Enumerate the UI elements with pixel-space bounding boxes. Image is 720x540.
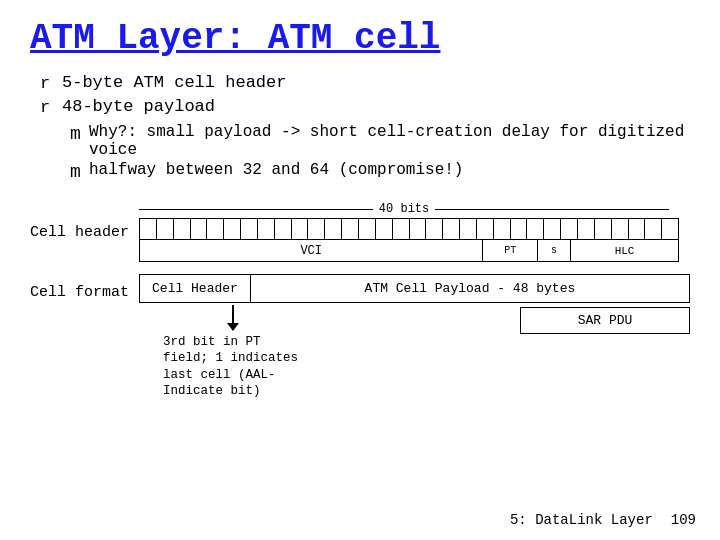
sub-marker-1: m [70,124,84,144]
sub-bullet-2: m halfway between 32 and 64 (compromise!… [70,161,690,182]
sub-bullet-list: m Why?: small payload -> short cell-crea… [70,123,690,184]
arrow-down-line [232,305,234,323]
bullet-2: r 48-byte payload m Why?: small payload … [40,97,690,184]
cell-header-box: Cell Header [139,274,251,303]
bullet-text-1: 5-byte ATM cell header [62,73,286,92]
sub-bullet-1: m Why?: small payload -> short cell-crea… [70,123,690,159]
footer-label: 5: DataLink Layer [510,512,653,528]
vci-field: VCI [140,240,483,261]
bullet-text-2: 48-byte payload [62,97,215,116]
pt-field: PT [483,240,538,261]
slide: ATM Layer: ATM cell r 5-byte ATM cell he… [0,0,720,540]
format-arrow-row: 3rd bit in PT field; 1 indicates last ce… [139,305,690,399]
bullet-list: r 5-byte ATM cell header r 48-byte paylo… [40,73,690,184]
note-arrow-group: 3rd bit in PT field; 1 indicates last ce… [163,305,303,399]
footer: 5: DataLink Layer 109 [510,512,696,528]
cell-header-diagram: 40 bits [129,202,690,262]
sub-text-2: halfway between 32 and 64 (compromise!) [89,161,463,179]
bottom-note: 3rd bit in PT field; 1 indicates last ce… [163,334,303,399]
format-boxes: Cell Header ATM Cell Payload - 48 bytes [139,274,690,303]
cell-payload-box: ATM Cell Payload - 48 bytes [251,274,690,303]
bullet-1: r 5-byte ATM cell header [40,73,690,93]
cell-header-section: Cell header 40 bits [30,202,690,262]
bit-count-label: 40 bits [373,202,435,216]
arrow-down-head [227,323,239,331]
cell-format-label: Cell format [30,274,129,301]
sar-pdu-box: SAR PDU [520,307,690,334]
hlc-field: HLC [571,240,678,261]
slide-title: ATM Layer: ATM cell [30,18,690,59]
cell-header-label: Cell header [30,202,129,241]
footer-page: 109 [671,512,696,528]
bullet-marker-2: r [40,98,56,117]
s-field: s [538,240,571,261]
cell-format-section: Cell format Cell Header ATM Cell Payload… [30,274,690,399]
format-content: Cell Header ATM Cell Payload - 48 bytes … [139,274,690,399]
sub-marker-2: m [70,162,84,182]
sub-text-1: Why?: small payload -> short cell-creati… [89,123,690,159]
bullet-marker-1: r [40,74,56,93]
